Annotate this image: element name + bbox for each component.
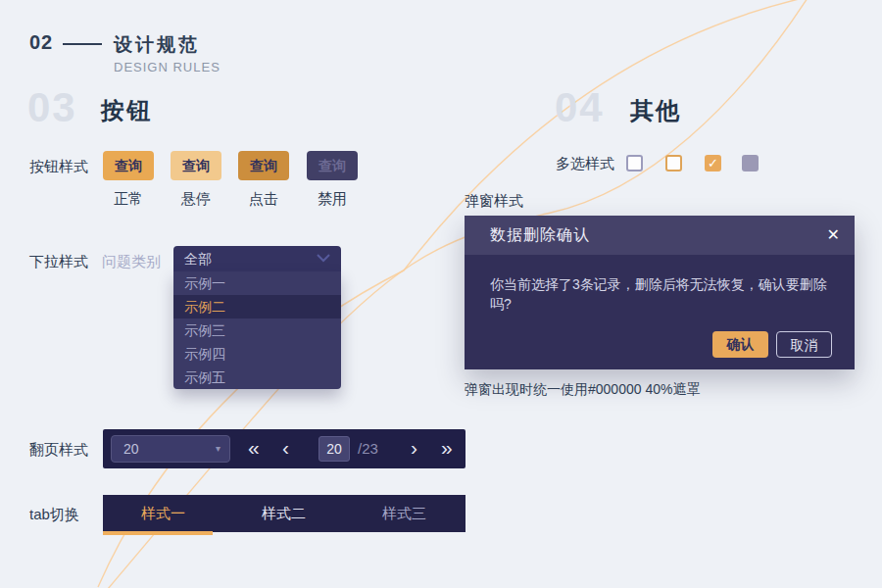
tab-style-3[interactable]: 样式三	[344, 495, 465, 532]
checkbox-focused[interactable]	[665, 155, 682, 172]
header-dash	[63, 43, 102, 45]
dropdown-option-3[interactable]: 示例三	[173, 318, 341, 342]
checkbox-checked[interactable]: ✓	[705, 155, 721, 172]
button-state-caption-normal: 正常	[103, 190, 154, 209]
tab-bar: 样式一 样式二 样式三	[103, 495, 466, 532]
tab-style-1-active[interactable]: 样式一	[103, 495, 223, 532]
design-rules-page: 02 设计规范 DESIGN RULES 03 按钮 按钮样式 查询 查询 查询…	[0, 0, 882, 588]
current-page-input[interactable]: 20	[318, 436, 350, 462]
section-buttons-index: 03	[27, 84, 77, 131]
mask-usage-note: 弹窗出现时统一使用#000000 40%遮罩	[465, 381, 700, 399]
modal-message: 你当前选择了3条记录，删除后将无法恢复，确认要删除吗?	[490, 274, 833, 314]
header-index: 02	[29, 31, 53, 54]
query-button-active[interactable]: 查询	[238, 151, 289, 180]
button-state-caption-disabled: 禁用	[307, 190, 358, 209]
dropdown-option-2-highlighted[interactable]: 示例二	[173, 295, 341, 318]
pagination-styles-label: 翻页样式	[29, 441, 88, 460]
page-size-value: 20	[112, 441, 139, 457]
button-state-caption-active: 点击	[238, 190, 289, 209]
dropdown-field-label: 问题类别	[102, 253, 161, 271]
button-state-caption-hover: 悬停	[171, 190, 221, 209]
confirm-button[interactable]: 确认	[712, 331, 768, 358]
prev-page-icon[interactable]: ‹	[282, 429, 289, 468]
checkbox-styles-label: 多选样式	[556, 155, 614, 173]
chevron-down-icon	[317, 254, 330, 263]
checkbox-unchecked[interactable]	[626, 155, 643, 172]
dropdown-styles-label: 下拉样式	[29, 253, 88, 271]
dropdown-select[interactable]: 全部	[173, 246, 341, 271]
tab-switch-label: tab切换	[29, 506, 79, 524]
pagination-bar: 20 ▾ « ‹ 20 /23 › »	[103, 429, 466, 468]
cancel-button[interactable]: 取消	[776, 331, 832, 358]
section-buttons-title: 按钮	[101, 95, 152, 126]
page-size-select[interactable]: 20 ▾	[111, 435, 230, 463]
next-page-icon[interactable]: ›	[411, 429, 417, 468]
active-tab-underline	[103, 531, 213, 535]
query-button-normal[interactable]: 查询	[103, 151, 154, 180]
modal-styles-label: 弹窗样式	[465, 192, 523, 211]
total-pages-label: /23	[358, 429, 378, 468]
dropdown-option-4[interactable]: 示例四	[173, 342, 341, 366]
query-button-disabled[interactable]: 查询	[307, 151, 358, 180]
first-page-icon[interactable]: «	[248, 429, 260, 468]
button-styles-label: 按钮样式	[29, 158, 88, 176]
modal-title: 数据删除确认	[490, 216, 590, 255]
query-button-hover[interactable]: 查询	[171, 151, 221, 180]
close-icon[interactable]: ✕	[827, 216, 840, 255]
modal-header: 数据删除确认 ✕	[465, 216, 855, 255]
section-other-title: 其他	[630, 95, 681, 126]
header-title: 设计规范	[114, 32, 200, 58]
select-caret-icon: ▾	[216, 436, 220, 462]
dropdown-option-1[interactable]: 示例一	[173, 271, 341, 295]
dropdown-options-panel: 示例一 示例二 示例三 示例四 示例五	[173, 271, 341, 389]
section-other-index: 04	[555, 84, 605, 131]
dropdown-option-5[interactable]: 示例五	[173, 366, 341, 389]
check-icon: ✓	[708, 156, 718, 171]
dropdown-selected-value: 全部	[173, 251, 212, 267]
tab-style-2[interactable]: 样式二	[223, 495, 344, 532]
modal-body: 你当前选择了3条记录，删除后将无法恢复，确认要删除吗? 确认 取消	[465, 255, 855, 369]
checkbox-disabled[interactable]	[742, 155, 759, 172]
delete-confirm-modal: 数据删除确认 ✕ 你当前选择了3条记录，删除后将无法恢复，确认要删除吗? 确认 …	[465, 216, 855, 369]
last-page-icon[interactable]: »	[441, 429, 453, 468]
header-subtitle: DESIGN RULES	[114, 60, 220, 74]
